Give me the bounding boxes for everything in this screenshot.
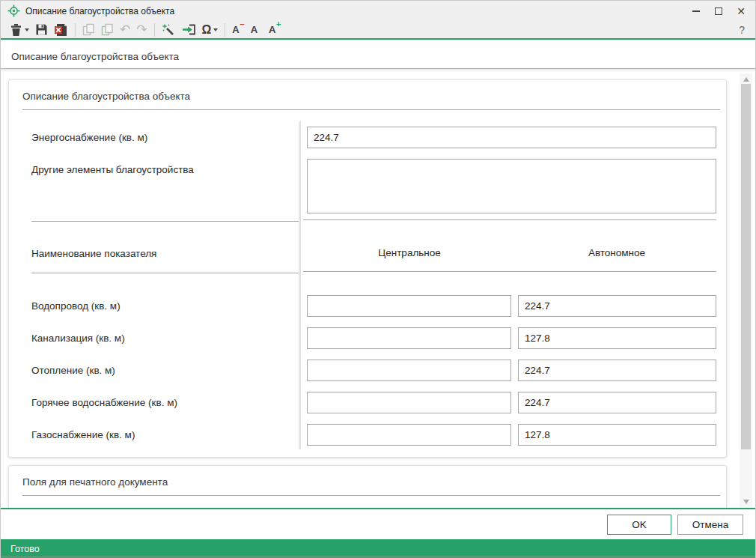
help-button[interactable]: ? <box>739 24 749 36</box>
ok-button[interactable]: OK <box>607 515 671 535</box>
maximize-button[interactable] <box>707 2 730 20</box>
hot-water-autonomous-input[interactable] <box>518 392 716 413</box>
font-decrease-icon: A– <box>232 25 239 34</box>
toolbar-separator <box>154 23 155 37</box>
magic-wand-button[interactable] <box>159 22 178 38</box>
tab-header: Описание благоустройства объекта <box>1 41 755 69</box>
undo-button[interactable]: ↶ <box>117 22 133 38</box>
main-panel-title: Описание благоустройства объекта <box>22 91 190 102</box>
status-bar: Готово <box>1 539 755 558</box>
row-label-gas: Газоснабжение (кв. м) <box>31 429 135 440</box>
redo-icon: ↷ <box>136 23 147 36</box>
column-divider <box>299 121 301 449</box>
divider <box>31 273 299 273</box>
arrow-down-icon <box>743 500 749 504</box>
delete-button[interactable] <box>7 22 32 38</box>
row-label-water: Водопровод (кв. м) <box>31 300 121 312</box>
water-central-input[interactable] <box>307 295 511 317</box>
undo-icon: ↶ <box>120 23 130 36</box>
omega-button[interactable]: Ω <box>199 22 222 38</box>
energy-label: Энергоснабжение (кв. м) <box>31 132 147 143</box>
divider <box>303 271 716 272</box>
scrollbar-thumb[interactable] <box>741 84 751 449</box>
close-button[interactable]: ✕ <box>730 2 752 20</box>
window-title: Описание благоустройства объекта <box>25 6 685 16</box>
print-fields-panel-title: Поля для печатного документа <box>22 476 168 488</box>
font-normal-icon: A <box>251 25 257 34</box>
minimize-icon <box>692 10 700 12</box>
heating-autonomous-input[interactable] <box>518 360 716 381</box>
divider <box>22 109 720 110</box>
redo-button[interactable]: ↷ <box>133 22 150 38</box>
title-bar: Описание благоустройства объекта ✕ <box>1 1 755 21</box>
magic-wand-icon <box>162 23 175 37</box>
trash-icon <box>10 23 22 37</box>
paste-button[interactable] <box>98 22 117 38</box>
app-window: Описание благоустройства объекта ✕ <box>0 0 756 558</box>
font-increase-icon: A+ <box>269 25 275 34</box>
gas-central-input[interactable] <box>307 424 511 446</box>
column-header-central: Центральное <box>335 247 484 258</box>
copy-button[interactable] <box>79 22 98 38</box>
row-label-sewerage: Канализация (кв. м) <box>31 333 125 344</box>
row-label-hot-water: Горячее водоснабжение (кв. м) <box>31 397 177 408</box>
excel-export-icon <box>54 23 68 37</box>
font-increase-button[interactable]: A+ <box>266 22 278 38</box>
toolbar: ↶ ↷ Ω A– <box>1 21 755 40</box>
main-panel: Описание благоустройства объекта Энергос… <box>8 79 727 458</box>
export-excel-button[interactable] <box>51 22 71 38</box>
save-button[interactable] <box>32 22 51 38</box>
scroll-down-button[interactable] <box>740 496 752 508</box>
maximize-icon <box>715 7 722 15</box>
heating-central-input[interactable] <box>307 360 511 381</box>
other-elements-label: Другие элементы благоустройства <box>31 164 194 175</box>
divider <box>303 219 716 220</box>
cancel-button[interactable]: Отмена <box>677 515 743 535</box>
tab-label: Описание благоустройства объекта <box>11 51 179 62</box>
column-header-autonomous: Автономное <box>542 247 692 258</box>
copy-icon <box>82 23 95 36</box>
divider <box>22 495 720 496</box>
sewerage-central-input[interactable] <box>307 327 511 349</box>
insert-into-button[interactable] <box>178 22 199 38</box>
energy-input[interactable] <box>307 127 716 148</box>
print-fields-panel: Поля для печатного документа <box>8 465 727 508</box>
status-text: Готово <box>10 544 40 554</box>
water-autonomous-input[interactable] <box>518 295 716 317</box>
omega-icon: Ω <box>202 24 212 36</box>
content-area: Описание благоустройства объекта Описани… <box>1 41 755 508</box>
paste-icon <box>101 23 114 36</box>
font-normal-button[interactable]: A <box>248 22 260 38</box>
font-decrease-button[interactable]: A– <box>229 22 242 38</box>
import-arrow-icon <box>181 23 196 36</box>
hot-water-central-input[interactable] <box>307 392 511 413</box>
minimize-button[interactable] <box>685 2 707 20</box>
indicator-name-header: Наименование показателя <box>31 248 156 259</box>
divider <box>31 221 299 222</box>
dialog-footer: OK Отмена <box>1 508 755 540</box>
chevron-down-icon <box>213 28 218 31</box>
gas-autonomous-input[interactable] <box>518 424 716 446</box>
arrow-up-icon <box>743 77 749 82</box>
save-icon <box>35 23 48 36</box>
other-elements-textarea[interactable] <box>307 159 716 213</box>
toolbar-separator <box>225 23 225 37</box>
app-target-icon <box>7 4 20 17</box>
row-label-heating: Отопление (кв. м) <box>31 365 115 376</box>
vertical-scrollbar[interactable] <box>740 73 752 508</box>
chevron-down-icon <box>25 28 29 31</box>
toolbar-separator <box>75 23 76 37</box>
sewerage-autonomous-input[interactable] <box>518 327 716 349</box>
